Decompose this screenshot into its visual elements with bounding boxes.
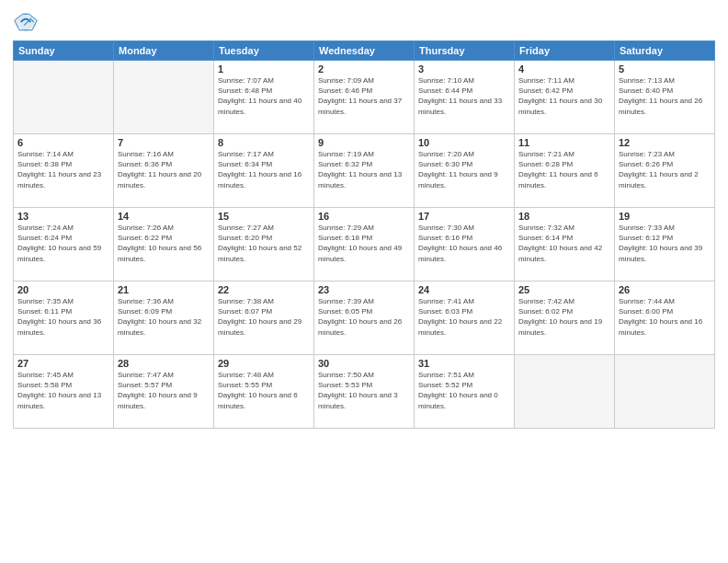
day-number: 21 — [118, 284, 210, 295]
calendar-cell — [615, 355, 715, 429]
weekday-header-tuesday: Tuesday — [214, 41, 314, 61]
logo-icon — [13, 9, 39, 35]
logo — [13, 9, 40, 35]
calendar-cell — [515, 355, 615, 429]
week-row-2: 6Sunrise: 7:14 AM Sunset: 6:38 PM Daylig… — [14, 134, 715, 208]
day-info: Sunrise: 7:27 AM Sunset: 6:20 PM Dayligh… — [218, 223, 310, 264]
day-number: 17 — [418, 211, 510, 222]
day-number: 31 — [418, 358, 510, 369]
weekday-header-saturday: Saturday — [615, 41, 715, 61]
day-info: Sunrise: 7:33 AM Sunset: 6:12 PM Dayligh… — [619, 223, 711, 264]
calendar-cell: 29Sunrise: 7:48 AM Sunset: 5:55 PM Dayli… — [214, 355, 314, 429]
calendar-cell: 15Sunrise: 7:27 AM Sunset: 6:20 PM Dayli… — [214, 208, 314, 282]
weekday-header-sunday: Sunday — [14, 41, 114, 61]
calendar-cell: 13Sunrise: 7:24 AM Sunset: 6:24 PM Dayli… — [14, 208, 114, 282]
calendar-cell: 17Sunrise: 7:30 AM Sunset: 6:16 PM Dayli… — [415, 208, 515, 282]
calendar-cell: 31Sunrise: 7:51 AM Sunset: 5:52 PM Dayli… — [415, 355, 515, 429]
calendar-cell: 25Sunrise: 7:42 AM Sunset: 6:02 PM Dayli… — [515, 282, 615, 355]
page: SundayMondayTuesdayWednesdayThursdayFrid… — [0, 0, 728, 563]
day-number: 27 — [17, 358, 109, 369]
day-number: 18 — [518, 211, 610, 222]
calendar-cell: 26Sunrise: 7:44 AM Sunset: 6:00 PM Dayli… — [615, 282, 715, 355]
calendar-cell: 18Sunrise: 7:32 AM Sunset: 6:14 PM Dayli… — [515, 208, 615, 282]
day-info: Sunrise: 7:29 AM Sunset: 6:18 PM Dayligh… — [318, 223, 410, 264]
day-info: Sunrise: 7:20 AM Sunset: 6:30 PM Dayligh… — [418, 149, 510, 190]
day-info: Sunrise: 7:09 AM Sunset: 6:46 PM Dayligh… — [318, 75, 410, 117]
day-number: 23 — [318, 284, 410, 295]
day-number: 25 — [518, 284, 610, 295]
day-info: Sunrise: 7:17 AM Sunset: 6:34 PM Dayligh… — [218, 149, 310, 190]
week-row-1: 1Sunrise: 7:07 AM Sunset: 6:48 PM Daylig… — [14, 61, 715, 134]
day-info: Sunrise: 7:11 AM Sunset: 6:42 PM Dayligh… — [518, 75, 610, 117]
day-info: Sunrise: 7:48 AM Sunset: 5:55 PM Dayligh… — [218, 370, 310, 411]
calendar-cell: 1Sunrise: 7:07 AM Sunset: 6:48 PM Daylig… — [214, 61, 314, 134]
day-number: 16 — [318, 211, 410, 222]
calendar-cell: 7Sunrise: 7:16 AM Sunset: 6:36 PM Daylig… — [114, 134, 214, 208]
weekday-header-row: SundayMondayTuesdayWednesdayThursdayFrid… — [14, 41, 715, 61]
day-number: 9 — [318, 137, 410, 148]
day-info: Sunrise: 7:39 AM Sunset: 6:05 PM Dayligh… — [318, 296, 410, 338]
day-number: 11 — [518, 137, 610, 148]
day-info: Sunrise: 7:13 AM Sunset: 6:40 PM Dayligh… — [619, 75, 711, 117]
day-number: 28 — [118, 358, 210, 369]
day-info: Sunrise: 7:36 AM Sunset: 6:09 PM Dayligh… — [118, 296, 210, 338]
calendar-cell: 19Sunrise: 7:33 AM Sunset: 6:12 PM Dayli… — [615, 208, 715, 282]
day-info: Sunrise: 7:42 AM Sunset: 6:02 PM Dayligh… — [518, 296, 610, 338]
day-number: 29 — [218, 358, 310, 369]
calendar-cell: 9Sunrise: 7:19 AM Sunset: 6:32 PM Daylig… — [314, 134, 415, 208]
day-info: Sunrise: 7:35 AM Sunset: 6:11 PM Dayligh… — [17, 296, 109, 338]
day-info: Sunrise: 7:23 AM Sunset: 6:26 PM Dayligh… — [619, 149, 711, 190]
day-number: 26 — [619, 284, 711, 295]
calendar-cell: 14Sunrise: 7:26 AM Sunset: 6:22 PM Dayli… — [114, 208, 214, 282]
calendar-cell: 16Sunrise: 7:29 AM Sunset: 6:18 PM Dayli… — [314, 208, 415, 282]
calendar-cell: 21Sunrise: 7:36 AM Sunset: 6:09 PM Dayli… — [114, 282, 214, 355]
day-info: Sunrise: 7:21 AM Sunset: 6:28 PM Dayligh… — [518, 149, 610, 190]
day-number: 20 — [17, 284, 109, 295]
day-number: 24 — [418, 284, 510, 295]
calendar-table: SundayMondayTuesdayWednesdayThursdayFrid… — [13, 40, 715, 429]
day-number: 22 — [218, 284, 310, 295]
day-number: 12 — [619, 137, 711, 148]
header — [13, 9, 715, 35]
calendar-cell: 6Sunrise: 7:14 AM Sunset: 6:38 PM Daylig… — [14, 134, 114, 208]
day-number: 14 — [118, 211, 210, 222]
day-info: Sunrise: 7:07 AM Sunset: 6:48 PM Dayligh… — [218, 75, 310, 117]
day-number: 30 — [318, 358, 410, 369]
calendar-cell — [14, 61, 114, 134]
calendar-cell: 24Sunrise: 7:41 AM Sunset: 6:03 PM Dayli… — [415, 282, 515, 355]
calendar-cell: 2Sunrise: 7:09 AM Sunset: 6:46 PM Daylig… — [314, 61, 415, 134]
calendar-cell: 3Sunrise: 7:10 AM Sunset: 6:44 PM Daylig… — [415, 61, 515, 134]
day-info: Sunrise: 7:50 AM Sunset: 5:53 PM Dayligh… — [318, 370, 410, 411]
day-number: 10 — [418, 137, 510, 148]
calendar-cell: 12Sunrise: 7:23 AM Sunset: 6:26 PM Dayli… — [615, 134, 715, 208]
day-number: 15 — [218, 211, 310, 222]
day-number: 3 — [418, 63, 510, 75]
calendar-cell: 27Sunrise: 7:45 AM Sunset: 5:58 PM Dayli… — [14, 355, 114, 429]
day-number: 13 — [17, 211, 109, 222]
day-number: 8 — [218, 137, 310, 148]
day-number: 2 — [318, 63, 410, 75]
week-row-5: 27Sunrise: 7:45 AM Sunset: 5:58 PM Dayli… — [14, 355, 715, 429]
calendar-cell: 22Sunrise: 7:38 AM Sunset: 6:07 PM Dayli… — [214, 282, 314, 355]
day-info: Sunrise: 7:26 AM Sunset: 6:22 PM Dayligh… — [118, 223, 210, 264]
weekday-header-wednesday: Wednesday — [314, 41, 415, 61]
day-info: Sunrise: 7:38 AM Sunset: 6:07 PM Dayligh… — [218, 296, 310, 338]
weekday-header-thursday: Thursday — [415, 41, 515, 61]
week-row-3: 13Sunrise: 7:24 AM Sunset: 6:24 PM Dayli… — [14, 208, 715, 282]
calendar-cell: 11Sunrise: 7:21 AM Sunset: 6:28 PM Dayli… — [515, 134, 615, 208]
day-number: 7 — [118, 137, 210, 148]
day-info: Sunrise: 7:16 AM Sunset: 6:36 PM Dayligh… — [118, 149, 210, 190]
day-info: Sunrise: 7:30 AM Sunset: 6:16 PM Dayligh… — [418, 223, 510, 264]
day-info: Sunrise: 7:51 AM Sunset: 5:52 PM Dayligh… — [418, 370, 510, 411]
day-info: Sunrise: 7:41 AM Sunset: 6:03 PM Dayligh… — [418, 296, 510, 338]
calendar-cell: 20Sunrise: 7:35 AM Sunset: 6:11 PM Dayli… — [14, 282, 114, 355]
calendar-cell: 10Sunrise: 7:20 AM Sunset: 6:30 PM Dayli… — [415, 134, 515, 208]
day-number: 4 — [518, 63, 610, 75]
calendar-cell: 4Sunrise: 7:11 AM Sunset: 6:42 PM Daylig… — [515, 61, 615, 134]
calendar-cell: 5Sunrise: 7:13 AM Sunset: 6:40 PM Daylig… — [615, 61, 715, 134]
day-info: Sunrise: 7:14 AM Sunset: 6:38 PM Dayligh… — [17, 149, 109, 190]
calendar-cell: 23Sunrise: 7:39 AM Sunset: 6:05 PM Dayli… — [314, 282, 415, 355]
day-number: 6 — [17, 137, 109, 148]
calendar-cell — [114, 61, 214, 134]
weekday-header-monday: Monday — [114, 41, 214, 61]
